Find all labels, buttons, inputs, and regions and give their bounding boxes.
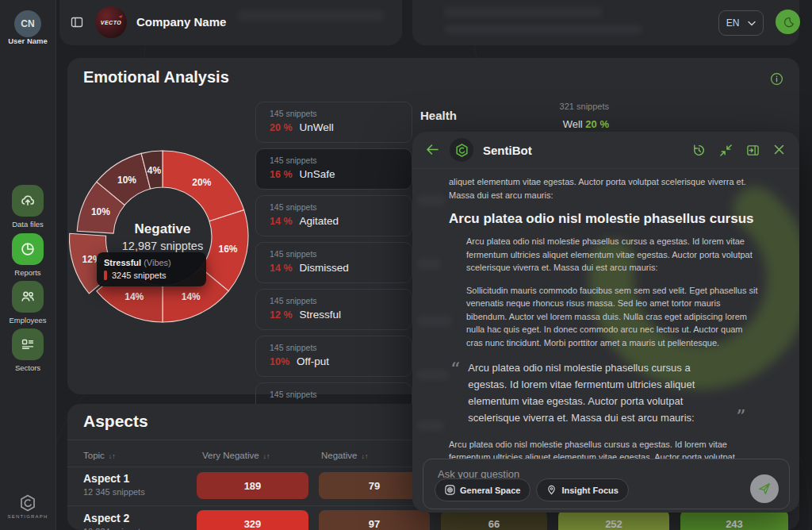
- topic-name: Aspect 1: [83, 472, 145, 485]
- message-paragraph: Arcu platea odio nisl molestie phasellus…: [466, 235, 761, 275]
- emotion-list: 145 snippets 20 %UnWell 145 snippets 16 …: [255, 102, 412, 429]
- snippet-count: 145 snippets: [270, 390, 412, 399]
- sidebar-item-data-files[interactable]: Data files: [0, 185, 56, 229]
- emotion-percent: 14 %: [270, 263, 293, 274]
- snippet-count: 145 snippets: [270, 156, 412, 165]
- emotion-label: Agitated: [300, 215, 339, 227]
- table-cell[interactable]: 243: [680, 510, 788, 530]
- sort-icon: ↓↑: [361, 452, 368, 460]
- sentibot-title: SentiBot: [483, 144, 532, 157]
- data-files-tile[interactable]: [12, 185, 44, 217]
- table-cell[interactable]: 97: [319, 510, 430, 530]
- snippet-count: 145 snippets: [270, 343, 412, 352]
- sidebar-item-label: Sectors: [0, 363, 56, 372]
- collapse-button[interactable]: [719, 144, 733, 157]
- chart-tooltip: Stressful (Vibes) 3245 snippets: [97, 252, 206, 286]
- blurred-text: [444, 25, 642, 34]
- history-button[interactable]: [692, 144, 706, 157]
- message-question: Arcu platea odio nisl molestie phasellus…: [449, 438, 769, 459]
- chevron-down-icon: [748, 21, 756, 26]
- table-cell[interactable]: 329: [197, 510, 308, 530]
- sidebar: CN User Name Data files Reports: [0, 0, 56, 530]
- employees-tile[interactable]: [12, 281, 44, 313]
- sentibot-conversation: aliquet elementum vitae egestas. Auctor …: [412, 169, 799, 459]
- send-button[interactable]: [750, 474, 779, 503]
- topic-snippets: 10 234 snippets: [83, 527, 145, 530]
- table-cell[interactable]: 66: [441, 510, 547, 530]
- tooltip-title: Stressful: [104, 258, 141, 267]
- table-row-topic: Aspect 1 12 345 snippets: [83, 472, 145, 497]
- sidebar-item-label: Data files: [0, 220, 56, 229]
- general-space-chip[interactable]: General Space: [435, 478, 530, 501]
- emotion-label: Stressful: [300, 309, 342, 321]
- emotion-percent: 20 %: [270, 122, 293, 133]
- table-row-topic: Aspect 2 10 234 snippets: [83, 512, 145, 530]
- theme-toggle-button[interactable]: [776, 10, 800, 34]
- message-blockquote: “ Arcu platea odio nisl molestie phasell…: [450, 360, 769, 426]
- language-value: EN: [726, 17, 740, 29]
- cloud-upload-icon: [20, 193, 36, 209]
- donut-slice-label: 4%: [147, 165, 162, 176]
- sort-icon: ↓↑: [263, 452, 270, 460]
- paper-plane-icon: [757, 482, 772, 496]
- sentigraph-brand: SENTIGRAPH: [0, 494, 56, 519]
- sidebar-item-employees[interactable]: Employees: [0, 281, 56, 325]
- emotion-label: UnWell: [300, 121, 334, 133]
- sidebar-item-label: Reports: [0, 268, 56, 277]
- user-name-label: User Name: [0, 36, 56, 45]
- emotion-percent: 14 %: [270, 216, 293, 227]
- reports-tile[interactable]: [12, 233, 44, 265]
- message-heading: Arcu platea odio nisl molestie phasellus…: [449, 211, 769, 227]
- column-header-very-negative[interactable]: Very Negative↓↑: [202, 451, 270, 460]
- section-title: Aspects: [83, 412, 148, 431]
- language-selector[interactable]: EN: [718, 10, 764, 36]
- topic-name: Aspect 2: [83, 512, 145, 524]
- column-header-topic[interactable]: Topic↓↑: [83, 451, 116, 460]
- donut-slice-label: 20%: [192, 177, 211, 188]
- section-title: Emotional Analysis: [83, 68, 229, 86]
- column-header-negative[interactable]: Negative↓↑: [321, 451, 368, 460]
- donut-slice-label: 14%: [124, 291, 144, 302]
- emotion-list-item[interactable]: 145 snippets 12 %Stressful: [255, 289, 412, 330]
- back-button[interactable]: [425, 143, 441, 157]
- emotion-list-item[interactable]: 145 snippets 14 %Dismissed: [255, 242, 412, 283]
- table-cell[interactable]: 252: [558, 510, 669, 530]
- sectors-tile[interactable]: [12, 328, 44, 360]
- open-quote-icon: “: [450, 360, 460, 426]
- emotion-percent: 16 %: [270, 169, 293, 180]
- brand-text: SENTIGRAPH: [0, 514, 56, 519]
- pie-chart-icon: [20, 241, 36, 257]
- health-label: Well: [563, 118, 586, 130]
- emotion-list-item[interactable]: 145 snippets 16 %UnSafe: [255, 148, 412, 190]
- emotion-list-item[interactable]: 145 snippets 20 %UnWell: [255, 102, 412, 143]
- sidebar-item-sectors[interactable]: Sectors: [0, 328, 56, 372]
- info-icon[interactable]: [770, 72, 783, 86]
- snippet-count: 145 snippets: [270, 249, 412, 259]
- emotion-label: Off-put: [297, 355, 329, 367]
- table-cell[interactable]: 189: [197, 472, 308, 499]
- side-panel-button[interactable]: [746, 144, 760, 157]
- avatar[interactable]: CN: [14, 10, 41, 37]
- tooltip-value: 3245 snippets: [112, 271, 167, 280]
- donut-slice-label: 16%: [218, 244, 237, 255]
- close-button[interactable]: [773, 144, 787, 157]
- emotion-list-item[interactable]: 145 snippets 10%Off-put: [255, 336, 412, 377]
- header-right-card: EN: [412, 0, 799, 45]
- chip-label: General Space: [460, 486, 520, 495]
- sidebar-toggle-button[interactable]: [70, 15, 84, 29]
- sidebar-item-reports[interactable]: Reports: [0, 233, 56, 277]
- globe-icon: [445, 485, 455, 495]
- vecto-logo-text: VECTO: [101, 20, 122, 25]
- emotion-percent: 10%: [270, 356, 289, 367]
- tooltip-suffix: (Vibes): [141, 258, 171, 267]
- emotion-label: UnSafe: [300, 168, 335, 180]
- close-quote-icon: ”: [736, 408, 745, 427]
- insight-focus-chip[interactable]: Insight Focus: [536, 478, 629, 501]
- blurred-text: [238, 10, 385, 21]
- vecto-logo-accent: [118, 13, 122, 17]
- ask-question-box[interactable]: General Space Insight Focus: [423, 459, 790, 509]
- emotion-list-item[interactable]: 145 snippets 14 %Agitated: [255, 195, 412, 236]
- negative-emotions-donut-chart[interactable]: 20%16%14%14%12%10%10%4%: [67, 141, 258, 332]
- donut-slice-label: 10%: [117, 175, 136, 186]
- people-icon: [20, 289, 36, 305]
